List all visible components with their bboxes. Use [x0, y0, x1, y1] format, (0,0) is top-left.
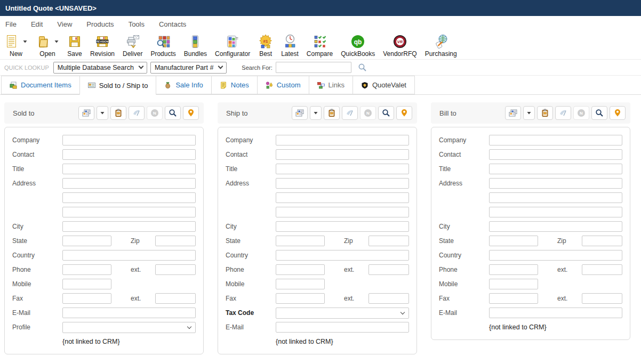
toolbar-configurator[interactable]: Configurator	[215, 34, 250, 58]
toolbar-latest[interactable]: Latest	[281, 34, 299, 58]
bill-to-fax-ext-input[interactable]	[582, 293, 622, 304]
ship-to-company-input[interactable]	[276, 135, 409, 145]
sold-to-mobile-input[interactable]	[62, 279, 111, 289]
ship-to-clear-contact-button[interactable]	[342, 106, 358, 120]
menu-view[interactable]: View	[57, 20, 72, 28]
bill-to-paste-contact-button[interactable]	[537, 106, 553, 120]
toolbar-compare[interactable]: Compare	[307, 34, 333, 58]
sold-to-crm-contact-button[interactable]: N	[147, 106, 163, 120]
sold-to-contact-lookup-menu-button[interactable]	[97, 106, 108, 120]
ship-to-contact-lookup-menu-button[interactable]	[310, 106, 322, 120]
menu-contacts[interactable]: Contacts	[159, 20, 186, 28]
ship-to-phone-ext-input[interactable]	[368, 264, 409, 275]
toolbar-save[interactable]: Save	[67, 34, 82, 58]
bill-to-search-contact-button[interactable]	[591, 106, 607, 120]
tab-custom[interactable]: Custom	[257, 76, 309, 94]
sold-to-city-input[interactable]	[62, 221, 196, 232]
sold-to-phone-input[interactable]	[62, 264, 111, 275]
tab-sold-to-ship-to[interactable]: Sold to / Ship to	[79, 76, 157, 95]
caret-down-icon[interactable]	[54, 39, 59, 44]
ship-to-search-contact-button[interactable]	[378, 106, 394, 120]
tab-notes[interactable]: Notes	[211, 76, 258, 94]
sold-to-fax-input[interactable]	[62, 293, 111, 304]
tab-quotevalet[interactable]: QuoteValet	[352, 76, 415, 94]
ship-to-crm-contact-button[interactable]: N	[360, 106, 376, 120]
ship-to-email-input[interactable]	[276, 322, 409, 333]
bill-to-company-input[interactable]	[489, 135, 622, 145]
search-icon[interactable]	[358, 63, 367, 72]
bill-to-contact-input[interactable]	[489, 149, 622, 160]
sold-to-profile-select[interactable]	[62, 322, 196, 333]
sold-to-state-input[interactable]	[62, 236, 111, 246]
bill-to-country-input[interactable]	[489, 250, 622, 261]
bill-to-contact-lookup-button[interactable]	[505, 106, 521, 120]
sold-to-address-2-input[interactable]	[62, 192, 196, 203]
menu-tools[interactable]: Tools	[129, 20, 145, 28]
bill-to-address-1-input[interactable]	[489, 178, 622, 189]
toolbar-purchasing[interactable]: Purchasing	[425, 34, 457, 58]
toolbar-bundles[interactable]: Bundles	[184, 34, 207, 58]
sold-to-map-address-button[interactable]	[183, 106, 199, 120]
ship-to-fax-ext-input[interactable]	[368, 293, 409, 304]
sold-to-address-3-input[interactable]	[62, 207, 196, 217]
sold-to-contact-lookup-button[interactable]	[78, 106, 94, 120]
ship-to-address-2-input[interactable]	[276, 192, 409, 203]
sold-to-phone-ext-input[interactable]	[155, 264, 196, 275]
bill-to-state-input[interactable]	[489, 236, 538, 246]
ship-to-address-1-input[interactable]	[276, 178, 409, 189]
bill-to-city-input[interactable]	[489, 221, 622, 232]
database-search-select[interactable]: Multiple Database Search	[53, 62, 147, 74]
ship-to-city-input[interactable]	[276, 221, 409, 232]
ship-to-country-input[interactable]	[276, 250, 409, 261]
menu-edit[interactable]: Edit	[31, 20, 43, 28]
menu-file[interactable]: File	[5, 20, 17, 28]
sold-to-company-input[interactable]	[62, 135, 196, 145]
menu-products[interactable]: Products	[86, 20, 114, 28]
ship-to-zip-input[interactable]	[368, 236, 409, 246]
sold-to-address-1-input[interactable]	[62, 178, 196, 189]
sold-to-search-contact-button[interactable]	[165, 106, 181, 120]
tab-links[interactable]: Links	[309, 76, 353, 94]
toolbar-quickbooks[interactable]: qbQuickBooks	[341, 34, 375, 58]
toolbar-deliver[interactable]: Deliver	[123, 34, 142, 58]
sold-to-clear-contact-button[interactable]	[129, 106, 145, 120]
toolbar-products[interactable]: Products	[150, 34, 175, 58]
sold-to-contact-input[interactable]	[62, 149, 196, 160]
bill-to-map-address-button[interactable]	[610, 106, 626, 120]
bill-to-address-3-input[interactable]	[489, 207, 622, 217]
sold-to-email-input[interactable]	[62, 308, 196, 318]
bill-to-clear-contact-button[interactable]	[555, 106, 571, 120]
ship-to-fax-input[interactable]	[276, 293, 325, 304]
search-field-select[interactable]: Manufacturer Part #	[150, 62, 227, 74]
bill-to-fax-input[interactable]	[489, 293, 538, 304]
bill-to-title-input[interactable]	[489, 164, 622, 174]
bill-to-email-input[interactable]	[489, 308, 622, 318]
ship-to-state-input[interactable]	[276, 236, 325, 246]
toolbar-revision[interactable]: REVISIONRevision	[90, 34, 115, 58]
tab-sale-info[interactable]: Sale Info	[156, 76, 211, 94]
bill-to-zip-input[interactable]	[582, 236, 622, 246]
bill-to-crm-contact-button[interactable]: N	[573, 106, 589, 120]
sold-to-title-input[interactable]	[62, 164, 196, 174]
bill-to-mobile-input[interactable]	[489, 279, 538, 289]
ship-to-phone-input[interactable]	[276, 264, 325, 275]
sold-to-zip-input[interactable]	[155, 236, 196, 246]
bill-to-phone-ext-input[interactable]	[582, 264, 622, 275]
bill-to-contact-lookup-menu-button[interactable]	[523, 106, 535, 120]
toolbar-open[interactable]: Open	[36, 34, 59, 58]
ship-to-mobile-input[interactable]	[276, 279, 325, 289]
search-for-input[interactable]	[276, 62, 351, 73]
bill-to-phone-input[interactable]	[489, 264, 538, 275]
ship-to-title-input[interactable]	[276, 164, 409, 174]
ship-to-paste-contact-button[interactable]	[324, 106, 340, 120]
toolbar-new[interactable]: New	[4, 34, 28, 58]
ship-to-contact-lookup-button[interactable]	[292, 106, 308, 120]
ship-to-map-address-button[interactable]	[396, 106, 412, 120]
sold-to-country-input[interactable]	[62, 250, 196, 261]
toolbar-vendorrfq[interactable]: VRVendorRFQ	[383, 34, 416, 58]
sold-to-fax-ext-input[interactable]	[155, 293, 196, 304]
caret-down-icon[interactable]	[22, 39, 28, 44]
tab-document-items[interactable]: Document Items	[1, 76, 80, 94]
bill-to-address-2-input[interactable]	[489, 192, 622, 203]
ship-to-address-3-input[interactable]	[276, 207, 409, 217]
